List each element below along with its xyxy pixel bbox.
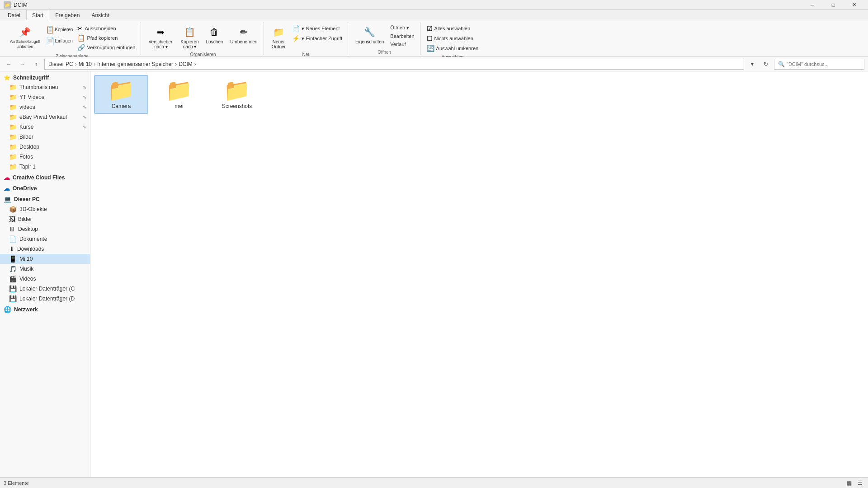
creative-cloud-label: Creative Cloud Files	[13, 174, 86, 181]
3d-icon: 📦	[9, 206, 17, 213]
sidebar-item-yt-videos[interactable]: 📁 YT Videos ✎	[0, 92, 90, 102]
folder-icon: 📁	[9, 143, 17, 150]
search-box[interactable]: 🔍	[774, 59, 864, 70]
verschieben-button[interactable]: ➡ Verschiebennach ▾	[146, 24, 176, 50]
sidebar-item-desktop[interactable]: 📁 Desktop	[0, 142, 90, 152]
back-button[interactable]: ←	[4, 59, 14, 70]
tab-ansicht[interactable]: Ansicht	[85, 10, 115, 20]
sidebar-item-bilder-pc[interactable]: 🖼 Bilder	[0, 214, 90, 224]
sidebar-item-videos[interactable]: 📁 videos ✎	[0, 102, 90, 112]
kopieren-nach-label: Kopierennach ▾	[181, 39, 199, 49]
folder-item-mei[interactable]: 📁 mei	[152, 75, 206, 114]
oeffnen-group-label: Öffnen	[377, 50, 391, 56]
sidebar: ⭐ Schnellzugriff 📁 Thumbnails neu ✎ 📁 YT…	[0, 71, 90, 477]
oeffnen-button[interactable]: Öffnen ▾	[388, 24, 416, 32]
einfuegen-button[interactable]: 📄 Einfügen	[45, 35, 74, 46]
sidebar-item-thumbnails-neu[interactable]: 📁 Thumbnails neu ✎	[0, 82, 90, 92]
ausschneiden-button[interactable]: ✂ Ausschneiden	[75, 24, 137, 33]
fotos-label: Fotos	[19, 154, 86, 160]
address-path[interactable]: Dieser PC › Mi 10 › Interner gemeinsamer…	[44, 59, 744, 70]
search-input[interactable]	[787, 61, 860, 67]
sidebar-header-netzwerk[interactable]: 🌐 Netzwerk	[0, 305, 90, 314]
ribbon-content: 📌 An Schnellzugriffanheften 📋 Kopieren 📄…	[0, 20, 868, 56]
path-interner-speicher[interactable]: Interner gemeinsamer Speicher	[97, 61, 173, 67]
sidebar-item-kurse[interactable]: 📁 Kurse ✎	[0, 122, 90, 132]
auswahl-umkehren-button[interactable]: 🔄 Auswahl umkehren	[425, 44, 481, 53]
an-schnellzugriff-button[interactable]: 📌 An Schnellzugriffanheften	[7, 24, 43, 50]
sidebar-item-dokumente[interactable]: 📄 Dokumente	[0, 234, 90, 244]
pfad-kopieren-button[interactable]: 📋 Pfad kopieren	[75, 33, 137, 42]
path-mi10[interactable]: Mi 10	[79, 61, 92, 67]
eigenschaften-label: Eigenschaften	[355, 39, 384, 44]
dropdown-button[interactable]: ▾	[747, 59, 758, 70]
easy-access-icon: ⚡	[292, 35, 300, 42]
sidebar-item-ebay[interactable]: 📁 eBay Privat Verkauf ✎	[0, 112, 90, 122]
sidebar-header-creative-cloud[interactable]: ☁ Creative Cloud Files	[0, 173, 90, 183]
sidebar-item-videos-pc[interactable]: 🎬 Videos	[0, 274, 90, 284]
einfacher-zugriff-label: ▾ Einfacher Zugriff	[302, 36, 342, 42]
pin-icon-thumbnails: ✎	[83, 85, 86, 90]
sidebar-item-desktop-pc[interactable]: 🖥 Desktop	[0, 224, 90, 234]
ebay-label: eBay Privat Verkauf	[19, 114, 80, 120]
close-button[interactable]: ✕	[844, 0, 864, 10]
refresh-button[interactable]: ↻	[760, 59, 771, 70]
verknuepfung-button[interactable]: 🔗 Verknüpfung einfügen	[75, 43, 137, 52]
sidebar-item-tapir1[interactable]: 📁 Tapir 1	[0, 162, 90, 172]
grid-view-button[interactable]: ▦	[844, 479, 854, 488]
folder-item-camera[interactable]: 📁 Camera	[94, 75, 148, 114]
sidebar-header-dieser-pc[interactable]: 💻 Dieser PC	[0, 194, 90, 204]
neuer-ordner-button[interactable]: 📁 NeuerOrdner	[269, 24, 288, 50]
loeschen-button[interactable]: 🗑 Löschen	[203, 24, 226, 45]
sidebar-item-fotos[interactable]: 📁 Fotos	[0, 152, 90, 162]
main-area: ⭐ Schnellzugriff 📁 Thumbnails neu ✎ 📁 YT…	[0, 71, 868, 477]
sidebar-item-lokal-d[interactable]: 💾 Lokaler Datenträger (D	[0, 294, 90, 304]
sidebar-section-schnellzugriff: ⭐ Schnellzugriff 📁 Thumbnails neu ✎ 📁 YT…	[0, 73, 90, 172]
kopieren-nach-button[interactable]: 📋 Kopierennach ▾	[178, 24, 202, 50]
screenshots-folder-icon: 📁	[223, 80, 250, 101]
tab-freigeben[interactable]: Freigeben	[49, 10, 85, 20]
folder-icon: 📁	[9, 84, 17, 91]
star-icon: ⭐	[4, 75, 10, 81]
forward-button[interactable]: →	[17, 59, 28, 70]
kurse-label: Kurse	[19, 124, 80, 130]
sidebar-item-musik[interactable]: 🎵 Musik	[0, 264, 90, 274]
einfacher-zugriff-button[interactable]: ⚡ ▾ Einfacher Zugriff	[290, 34, 344, 43]
auswaehlen-items: ☑ Alles auswählen ☐ Nichts auswählen 🔄 A…	[425, 22, 481, 55]
bearbeiten-button[interactable]: Bearbeiten	[388, 33, 416, 40]
delete-icon: 🗑	[207, 25, 222, 39]
list-view-button[interactable]: ☰	[855, 479, 864, 488]
up-button[interactable]: ↑	[31, 59, 42, 70]
sidebar-header-onedrive[interactable]: ☁ OneDrive	[0, 183, 90, 193]
rename-icon: ✏	[236, 25, 251, 39]
alles-auswaehlen-button[interactable]: ☑ Alles auswählen	[425, 24, 472, 33]
folder-icon: 📁	[9, 163, 17, 170]
neues-element-button[interactable]: 📄 ▾ Neues Element	[290, 24, 344, 33]
tab-start[interactable]: Start	[26, 10, 49, 20]
verlauf-button[interactable]: Verlauf	[388, 41, 416, 48]
sidebar-item-mi10[interactable]: 📱 Mi 10	[0, 254, 90, 264]
sidebar-item-3d-objekte[interactable]: 📦 3D-Objekte	[0, 204, 90, 214]
verknuepfung-label: Verknüpfung einfügen	[87, 45, 135, 50]
ribbon: Datei Start Freigeben Ansicht 📌 An Schne…	[0, 10, 868, 57]
title-bar-icons: 📁	[4, 1, 11, 9]
tab-datei[interactable]: Datei	[2, 10, 26, 20]
folder-item-screenshots[interactable]: 📁 Screenshots	[210, 75, 264, 114]
sidebar-item-downloads[interactable]: ⬇ Downloads	[0, 244, 90, 254]
yt-videos-label: YT Videos	[19, 94, 80, 100]
path-dieser-pc[interactable]: Dieser PC	[48, 61, 73, 67]
nichts-auswaehlen-button[interactable]: ☐ Nichts auswählen	[425, 34, 475, 43]
thumbnails-neu-label: Thumbnails neu	[19, 84, 80, 90]
kopieren-button[interactable]: 📋 Kopieren	[45, 24, 74, 35]
ribbon-group-auswaehlen: ☑ Alles auswählen ☐ Nichts auswählen 🔄 A…	[421, 22, 484, 55]
minimize-button[interactable]: ─	[802, 0, 823, 10]
sidebar-header-schnellzugriff[interactable]: ⭐ Schnellzugriff	[0, 73, 90, 82]
umbenennen-button[interactable]: ✏ Umbenennen	[227, 24, 260, 45]
sidebar-item-bilder[interactable]: 📁 Bilder	[0, 132, 90, 142]
eigenschaften-button[interactable]: 🔧 Eigenschaften	[353, 24, 387, 45]
item-count: 3 Elemente	[4, 480, 29, 486]
sidebar-item-lokal-c[interactable]: 💾 Lokaler Datenträger (C	[0, 284, 90, 294]
drive-d-icon: 💾	[9, 295, 17, 302]
maximize-button[interactable]: □	[823, 0, 844, 10]
path-dcim[interactable]: DCIM	[179, 61, 193, 67]
dokumente-label: Dokumente	[19, 236, 86, 242]
